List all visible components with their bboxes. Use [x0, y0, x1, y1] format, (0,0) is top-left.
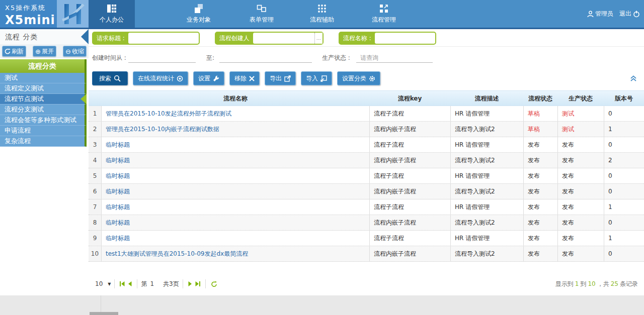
- settings-button[interactable]: 设置: [193, 71, 224, 85]
- import-icon: [320, 75, 327, 82]
- creator-input[interactable]: [253, 33, 314, 44]
- row-number: 8: [89, 215, 102, 230]
- process-name-link[interactable]: 临时标题: [102, 231, 369, 246]
- prev-page-icon: [128, 281, 132, 286]
- brand-line1: X5操作系统: [5, 4, 57, 13]
- search-button[interactable]: 搜索: [92, 71, 128, 85]
- remove-button[interactable]: 移除: [229, 71, 260, 85]
- user-name: 管理员: [595, 10, 613, 18]
- import-button[interactable]: 导入: [301, 71, 332, 85]
- row-number: 1: [89, 106, 102, 121]
- table-row[interactable]: 3 临时标题 流程子流程 HR 请假管理 发布 发布 0: [89, 137, 644, 153]
- table-row[interactable]: 4 临时标题 流程内嵌子流程 流程导入测试2 发布 发布 2: [89, 153, 644, 168]
- expand-button[interactable]: ⊕ 展开: [33, 46, 56, 57]
- tab-form-management[interactable]: 表单管理: [238, 0, 285, 28]
- category-item[interactable]: 流程会签等多种形式测试: [0, 115, 87, 126]
- user-area: 管理员 退出: [587, 0, 640, 28]
- category-item-selected[interactable]: 流程节点测试: [0, 94, 87, 104]
- page-number-input[interactable]: 1: [150, 280, 154, 287]
- info-to: 10: [588, 280, 595, 287]
- pager-separator: [137, 279, 137, 288]
- info-text: 条记录: [620, 280, 638, 288]
- header-version[interactable]: 版本号: [604, 91, 644, 106]
- collapse-panel-button[interactable]: [630, 74, 637, 84]
- table-row[interactable]: 2 管理员在2015-10-10内嵌子流程测试数据 流程内嵌子流程 流程导入测试…: [89, 122, 644, 137]
- header-status[interactable]: 流程状态: [523, 91, 557, 106]
- prod-status-input[interactable]: 请查询: [356, 54, 433, 63]
- process-name-link[interactable]: 临时标题: [102, 184, 369, 199]
- prod-status: 发布: [557, 153, 604, 168]
- export-button[interactable]: 导出: [265, 71, 296, 85]
- gear-icon: [369, 75, 375, 82]
- process-desc: 流程导入测试2: [450, 122, 523, 137]
- stacked-squares-icon: [194, 4, 204, 14]
- process-name-link[interactable]: 临时标题: [102, 137, 369, 152]
- tab-personal-office[interactable]: 个人办公: [89, 0, 135, 28]
- reload-button[interactable]: [211, 281, 217, 287]
- table-row[interactable]: 5 临时标题 流程子流程 HR 请假管理 发布 发布 0: [89, 168, 644, 184]
- request-title-input[interactable]: [128, 33, 199, 44]
- table-row[interactable]: 6 临时标题 流程内嵌子流程 流程导入测试2 发布 发布 0: [89, 184, 644, 199]
- tab-process-assist[interactable]: 流程辅助: [299, 0, 345, 28]
- minus-circle-icon: ⊖: [65, 48, 71, 55]
- process-name-link[interactable]: 临时标题: [102, 215, 369, 230]
- table-row[interactable]: 7 临时标题 流程子流程 HR 请假管理 发布 发布 1: [89, 199, 644, 215]
- app-logo: [57, 0, 89, 28]
- first-page-button[interactable]: [120, 281, 125, 286]
- row-number: 5: [89, 168, 102, 183]
- tab-business-object[interactable]: 业务对象: [176, 0, 222, 28]
- pager-separator: [183, 279, 183, 288]
- set-category-label: 设置分类: [342, 74, 366, 83]
- process-key: 流程内嵌子流程: [369, 215, 450, 230]
- category-item[interactable]: 申请流程: [0, 126, 87, 136]
- header-prod[interactable]: 生产状态: [557, 91, 604, 106]
- table-row[interactable]: 9 临时标题 流程子流程 HR 请假管理 发布 发布 1: [89, 231, 644, 246]
- category-item[interactable]: 复杂流程: [0, 136, 87, 147]
- next-page-button[interactable]: [188, 281, 192, 286]
- created-to-input[interactable]: [219, 54, 312, 63]
- process-name-link[interactable]: 管理员在2015-10-10内嵌子流程测试数据: [102, 122, 369, 137]
- process-name-link[interactable]: 临时标题: [102, 168, 369, 183]
- header-name[interactable]: 流程名称: [102, 91, 369, 106]
- table-row[interactable]: 8 临时标题 流程内嵌子流程 流程导入测试2 发布 发布 0: [89, 215, 644, 231]
- brand-block: X5操作系统 X5mini: [0, 0, 57, 28]
- process-name-link[interactable]: 临时标题: [102, 199, 369, 215]
- prod-status: 发布: [557, 184, 604, 199]
- page-size-select[interactable]: 10 ▼: [95, 280, 111, 287]
- tab-process-management[interactable]: 流程管理: [361, 0, 407, 28]
- online-stat-button[interactable]: 在线流程统计: [133, 71, 188, 85]
- process-name-link[interactable]: test1大雄测试管理员在2015-10-09发起dx最简流程: [102, 246, 369, 261]
- breadcrumb-arrow-icon: [81, 29, 89, 44]
- dot-grid-icon: [317, 4, 327, 14]
- process-key: 流程内嵌子流程: [369, 153, 450, 168]
- set-category-button[interactable]: 设置分类: [337, 71, 380, 85]
- last-page-button[interactable]: [195, 281, 200, 286]
- table-row[interactable]: 10 test1大雄测试管理员在2015-10-09发起dx最简流程 流程内嵌子…: [89, 246, 644, 262]
- process-name-link[interactable]: 管理员在2015-10-10发起流程外部子流程测试: [102, 106, 369, 121]
- process-key: 流程子流程: [369, 231, 450, 246]
- logout-button[interactable]: 退出: [619, 10, 640, 18]
- created-from-input[interactable]: [128, 54, 196, 63]
- prev-page-button[interactable]: [128, 281, 132, 286]
- table-row[interactable]: 1 管理员在2015-10-10发起流程外部子流程测试 流程子流程 HR 请假管…: [89, 106, 644, 122]
- pager-separator: [114, 279, 115, 288]
- category-item[interactable]: 测试: [0, 73, 87, 83]
- creator-picker-button[interactable]: …: [314, 33, 323, 44]
- process-desc: HR 请假管理: [450, 137, 523, 152]
- prod-status-label: 生产状态 :: [322, 54, 350, 62]
- category-item[interactable]: 流程定义测试: [0, 83, 87, 94]
- header-key[interactable]: 流程key: [369, 91, 450, 106]
- version-number: 0: [604, 168, 644, 183]
- scrollbar-thumb[interactable]: [90, 312, 118, 315]
- sidebar-toolbar: 刷新 ⊕ 展开 ⊖ 收缩: [0, 44, 89, 58]
- table-header-row: 流程名称 流程key 流程描述 流程状态 生产状态 版本号: [89, 90, 644, 106]
- header-desc[interactable]: 流程描述: [450, 91, 523, 106]
- current-user[interactable]: 管理员: [587, 10, 613, 18]
- import-label: 导入: [306, 74, 318, 83]
- process-name-input[interactable]: [375, 33, 435, 44]
- process-name-link[interactable]: 临时标题: [102, 153, 369, 168]
- category-item[interactable]: 流程分支测试: [0, 104, 87, 115]
- refresh-button[interactable]: 刷新: [2, 46, 26, 57]
- collapse-button[interactable]: ⊖ 收缩: [63, 46, 87, 57]
- export-label: 导出: [270, 74, 282, 83]
